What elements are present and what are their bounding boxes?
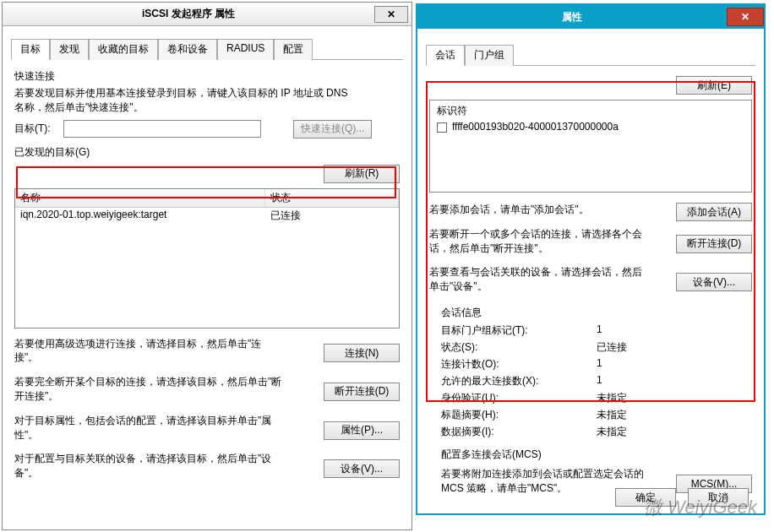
refresh-button[interactable]: 刷新(R) [324, 165, 400, 183]
window-title: 属性 [417, 10, 727, 24]
titlebar: iSCSI 发起程序 属性 ✕ [3, 3, 412, 26]
sessions-panel: 刷新(E) 标识符 ffffe000193b020-40000137000000… [417, 66, 764, 509]
session-devices-hint: 若要查看与会话关联的设备，请选择会话，然后单击"设备"。 [429, 265, 649, 294]
close-button[interactable]: ✕ [374, 6, 408, 23]
col-name: 名称 [15, 189, 265, 207]
add-session-button[interactable]: 添加会话(A) [676, 203, 752, 221]
connection-count-value: 1 [597, 357, 752, 372]
devices-hint: 对于配置与目标关联的设备，请选择该目标，然后单击"设备"。 [14, 452, 285, 480]
identifier-checkbox[interactable] [437, 122, 447, 133]
cancel-button[interactable]: 取消 [688, 488, 749, 507]
tab-discover[interactable]: 发现 [50, 39, 89, 60]
properties-button[interactable]: 属性(P)... [324, 421, 400, 440]
properties-window: 属性 ✕ 会话 门户组 刷新(E) 标识符 ffffe000193b020-40… [416, 3, 766, 515]
iscsi-initiator-window: iSCSI 发起程序 属性 ✕ 目标 发现 收藏的目标 卷和设备 RADIUS … [2, 2, 412, 530]
session-devices-button[interactable]: 设备(V)... [676, 273, 752, 291]
tab-sessions[interactable]: 会话 [426, 45, 465, 66]
tab-volumes[interactable]: 卷和设备 [158, 39, 217, 60]
status-value: 已连接 [597, 340, 752, 355]
target-label: 目标(T): [14, 122, 63, 136]
tab-strip: 目标 发现 收藏的目标 卷和设备 RADIUS 配置 [11, 38, 403, 60]
data-digest-value: 未指定 [597, 425, 752, 439]
disconnect-session-button[interactable]: 断开连接(D) [676, 235, 752, 253]
connection-count-label: 连接计数(O): [441, 357, 597, 372]
disconnect-hint: 若要完全断开某个目标的连接，请选择该目标，然后单击"断开连接"。 [14, 375, 285, 404]
list-header: 名称 状态 [15, 189, 399, 208]
tab-config[interactable]: 配置 [274, 39, 313, 60]
titlebar: 属性 ✕ [417, 5, 764, 29]
tab-target[interactable]: 目标 [11, 39, 50, 60]
table-row[interactable]: iqn.2020-01.top.weiyigeek:target 已连接 [15, 208, 399, 224]
identifier-row[interactable]: ffffe000193b020-400001370000000a [437, 121, 744, 133]
connect-button[interactable]: 连接(N) [324, 344, 400, 362]
status-label: 状态(S): [441, 340, 597, 355]
close-button[interactable]: ✕ [727, 8, 764, 26]
connect-hint: 若要使用高级选项进行连接，请选择目标，然后单击"连接"。 [14, 337, 285, 366]
discovered-targets-list[interactable]: 名称 状态 iqn.2020-01.top.weiyigeek:target 已… [14, 188, 400, 328]
target-status-cell: 已连接 [265, 208, 399, 224]
max-connections-label: 允许的最大连接数(X): [441, 374, 597, 388]
ok-button[interactable]: 确定 [615, 488, 676, 507]
tab-radius[interactable]: RADIUS [217, 39, 274, 60]
dialog-footer: 确定 取消 [615, 488, 749, 507]
properties-hint: 对于目标属性，包括会话的配置，请选择该目标并单击"属性"。 [14, 414, 285, 442]
target-panel: 快速连接 若要发现目标并使用基本连接登录到目标，请键入该目标的 IP 地址或 D… [3, 60, 412, 494]
tab-strip: 会话 门户组 [426, 44, 755, 66]
authentication-value: 未指定 [597, 391, 752, 405]
tab-portal-groups[interactable]: 门户组 [465, 45, 514, 66]
disconnect-button[interactable]: 断开连接(D) [324, 383, 400, 401]
target-input[interactable] [63, 120, 261, 138]
refresh-button[interactable]: 刷新(E) [676, 76, 752, 95]
mcs-title: 配置多连接会话(MCS) [441, 448, 752, 462]
quick-connect-button[interactable]: 快速连接(Q)... [293, 120, 372, 138]
session-info: 目标门户组标记(T):1 状态(S):已连接 连接计数(O):1 允许的最大连接… [441, 323, 752, 439]
identifier-label: 标识符 [437, 104, 744, 118]
header-digest-value: 未指定 [597, 408, 752, 422]
identifier-value: ffffe000193b020-400001370000000a [452, 121, 619, 133]
identifier-list[interactable]: 标识符 ffffe000193b020-400001370000000a [429, 100, 752, 193]
col-status: 状态 [265, 189, 399, 207]
portal-group-tag-value: 1 [597, 323, 752, 338]
add-session-hint: 若要添加会话，请单击"添加会话"。 [429, 203, 649, 217]
header-digest-label: 标题摘要(H): [441, 408, 597, 422]
authentication-label: 身份验证(U): [441, 391, 597, 405]
devices-button[interactable]: 设备(V)... [324, 459, 400, 478]
target-name-cell: iqn.2020-01.top.weiyigeek:target [15, 208, 265, 224]
window-title: iSCSI 发起程序 属性 [3, 7, 374, 21]
quick-connect-hint: 若要发现目标并使用基本连接登录到目标，请键入该目标的 IP 地址或 DNS 名称… [14, 86, 352, 115]
tab-favorites[interactable]: 收藏的目标 [89, 39, 158, 60]
disconnect-session-hint: 若要断开一个或多个会话的连接，请选择各个会话，然后单击"断开连接"。 [429, 227, 649, 256]
data-digest-label: 数据摘要(I): [441, 425, 597, 439]
session-info-title: 会话信息 [441, 306, 752, 320]
discovered-targets-label: 已发现的目标(G) [14, 145, 400, 160]
portal-group-tag-label: 目标门户组标记(T): [441, 323, 597, 338]
quick-connect-title: 快速连接 [14, 69, 400, 84]
max-connections-value: 1 [597, 374, 752, 388]
